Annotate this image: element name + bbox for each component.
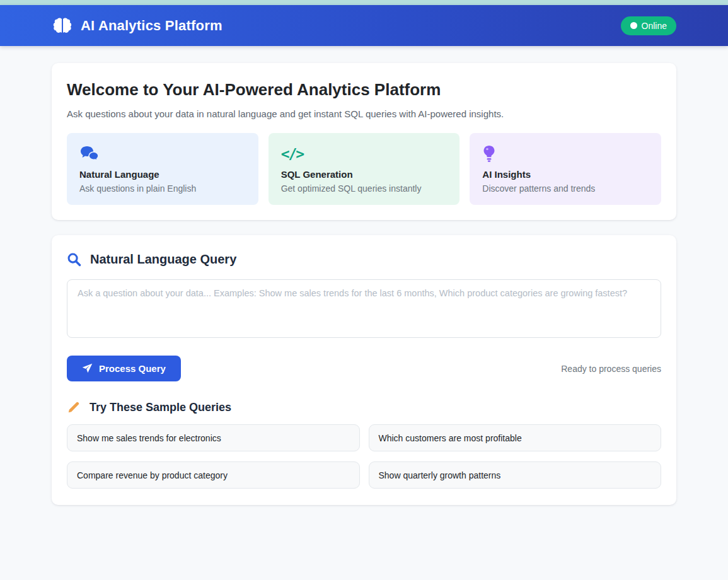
query-status-text: Ready to process queries — [561, 364, 661, 374]
app-title: AI Analytics Platform — [81, 18, 222, 34]
sample-query-button[interactable]: Compare revenue by product category — [67, 461, 360, 489]
welcome-title: Welcome to Your AI-Powered Analytics Pla… — [67, 80, 661, 100]
status-dot-icon — [630, 22, 637, 29]
process-query-button[interactable]: Process Query — [67, 356, 181, 381]
feature-description: Get optimized SQL queries instantly — [281, 183, 448, 194]
feature-title: SQL Generation — [281, 169, 448, 180]
search-icon — [67, 252, 81, 267]
feature-card-sql-generation: </> SQL Generation Get optimized SQL que… — [269, 133, 460, 205]
feature-title: Natural Language — [79, 169, 246, 180]
pencil-icon — [67, 400, 81, 414]
feature-grid: Natural Language Ask questions in plain … — [67, 133, 661, 205]
app-header: AI Analytics Platform Online — [0, 5, 728, 46]
sample-query-button[interactable]: Show quarterly growth patterns — [369, 461, 662, 489]
chat-bubbles-icon — [79, 144, 246, 164]
paper-plane-icon — [82, 363, 93, 374]
feature-card-natural-language: Natural Language Ask questions in plain … — [67, 133, 258, 205]
lightbulb-icon — [482, 144, 649, 164]
code-icon: </> — [281, 144, 448, 164]
top-accent-strip — [0, 0, 728, 5]
feature-description: Ask questions in plain English — [79, 183, 246, 194]
sample-query-button[interactable]: Which customers are most profitable — [369, 424, 662, 451]
feature-card-ai-insights: AI Insights Discover patterns and trends — [470, 133, 661, 205]
query-section-title: Natural Language Query — [90, 252, 236, 267]
online-status-badge: Online — [621, 16, 676, 35]
brand: AI Analytics Platform — [52, 16, 222, 35]
welcome-subtitle: Ask questions about your data in natural… — [67, 108, 661, 119]
query-input[interactable] — [67, 279, 661, 338]
welcome-card: Welcome to Your AI-Powered Analytics Pla… — [52, 63, 676, 220]
process-query-label: Process Query — [99, 363, 166, 374]
feature-description: Discover patterns and trends — [482, 183, 649, 194]
samples-section-title: Try These Sample Queries — [90, 401, 231, 414]
feature-title: AI Insights — [482, 169, 649, 180]
status-label: Online — [642, 21, 667, 31]
sample-query-button[interactable]: Show me sales trends for electronics — [67, 424, 360, 451]
query-card: Natural Language Query Process Query Rea… — [52, 235, 676, 505]
sample-queries-grid: Show me sales trends for electronics Whi… — [67, 424, 661, 489]
brain-icon — [52, 16, 73, 35]
